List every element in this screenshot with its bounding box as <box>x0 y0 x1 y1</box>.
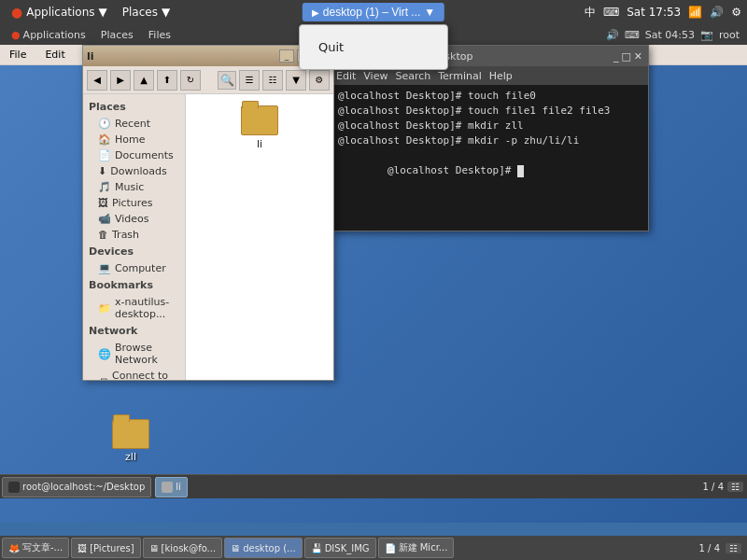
fm-search-btn[interactable]: 🔍 <box>218 71 236 90</box>
wifi-icon: 📶 <box>688 6 702 19</box>
disk-icon: 💾 <box>311 543 322 553</box>
documents-label: Documents <box>115 149 174 161</box>
terminal-line-1: @localhost Desktop]# touch file0 <box>338 89 642 104</box>
fm-bookmarks-header: Bookmarks <box>83 276 185 294</box>
keyboard-icon: ⌨ <box>603 6 619 19</box>
bookmark-icon: 📁 <box>98 302 111 315</box>
server-icon: 🖥 <box>98 376 108 381</box>
applications-menu[interactable]: ● Applications ▼ <box>6 3 113 21</box>
vm-places-btn[interactable]: Places <box>93 27 141 43</box>
outer-pager-icon[interactable]: ☷ <box>726 543 741 553</box>
terminal-window: root@localhost:~/Desktop _ □ ✕ Edit View… <box>331 45 649 231</box>
music-label: Music <box>115 181 144 193</box>
otb-disk[interactable]: 💾 DISK_IMG <box>304 538 376 558</box>
zll-icon-label: zll <box>125 451 136 463</box>
vm-applications-btn[interactable]: ● Applications <box>4 27 93 43</box>
places-menu[interactable]: Places ▼ <box>117 4 176 21</box>
terminal-content[interactable]: @localhost Desktop]# touch file0 @localh… <box>332 85 648 231</box>
fm-pictures[interactable]: 🖼 Pictures <box>83 195 185 211</box>
vm-files-btn[interactable]: Files <box>141 27 178 43</box>
places-chevron: ▼ <box>162 6 170 19</box>
term-terminal[interactable]: Terminal <box>438 70 482 82</box>
term-close-btn[interactable]: ✕ <box>634 50 642 63</box>
inner-taskbar: root@localhost:~/Desktop li 1 / 4 ☷ <box>0 474 747 498</box>
inner-taskbar-terminal[interactable]: root@localhost:~/Desktop <box>2 477 151 497</box>
pictures-icon: 🖼 <box>98 197 108 209</box>
applications-label: Applications <box>26 6 94 19</box>
fm-grid-view-btn[interactable]: ☷ <box>262 70 283 91</box>
language-indicator: 中 <box>585 5 596 21</box>
menu-edit[interactable]: Edit <box>39 47 70 63</box>
documents-icon: 📄 <box>98 149 111 161</box>
fm-back-btn[interactable]: ◀ <box>87 70 107 91</box>
fm-up-btn[interactable]: ▲ <box>134 70 154 91</box>
inner-pager-label: 1 / 4 <box>703 482 724 492</box>
computer-label: Computer <box>115 262 166 274</box>
fm-list-view-btn[interactable]: ☰ <box>239 70 260 91</box>
otb-doc[interactable]: 📄 新建 Micr... <box>378 538 455 558</box>
otb-desktop[interactable]: 🖥 desktop (... <box>224 538 303 558</box>
fm-trash[interactable]: 🗑 Trash <box>83 227 185 243</box>
desktop-title-label: desktop (1) – Virt ... <box>323 6 421 19</box>
places-label: Places <box>122 6 158 19</box>
clock: Sat 17:53 <box>627 6 681 19</box>
fm-forward-btn[interactable]: ▶ <box>110 70 131 91</box>
fm-videos[interactable]: 📹 Videos <box>83 211 185 227</box>
fm-recent[interactable]: 🕐 Recent <box>83 116 185 132</box>
fm-browse-network[interactable]: 🌐 Browse Network <box>83 340 185 368</box>
otb-disk-label: DISK_IMG <box>325 543 370 553</box>
outer-pager-label: 1 / 4 <box>699 543 720 553</box>
otb-firefox-label: 写文章-... <box>22 541 63 554</box>
recent-icon: 🕐 <box>98 118 111 130</box>
term-minimize-btn[interactable]: _ <box>613 50 619 63</box>
fm-body: Places 🕐 Recent 🏠 Home 📄 Documents ⬇ Dow… <box>83 94 333 380</box>
otb-desktop-label: desktop (... <box>243 543 296 553</box>
quit-item[interactable]: Quit <box>300 33 447 62</box>
fm-bookmark1[interactable]: 📁 x-nautilus-desktop... <box>83 294 185 322</box>
otb-firefox[interactable]: 🦊 写文章-... <box>2 538 69 558</box>
fm-places-header: Places <box>83 98 185 116</box>
computer-icon: 💻 <box>98 262 111 274</box>
taskbar-dot2 <box>162 482 173 493</box>
fm-folder-li[interactable]: li <box>237 102 282 154</box>
otb-pictures-label: [Pictures] <box>90 543 134 553</box>
trash-label: Trash <box>112 229 139 241</box>
inner-pager-icon[interactable]: ☷ <box>727 482 743 492</box>
fm-home[interactable]: 🏠 Home <box>83 132 185 147</box>
doc-icon: 📄 <box>385 543 396 553</box>
fm-sort-btn[interactable]: ▼ <box>286 70 306 91</box>
fm-settings-btn[interactable]: ⚙ <box>309 70 330 91</box>
videos-icon: 📹 <box>98 213 111 225</box>
fm-refresh-btn[interactable]: ↻ <box>180 70 201 91</box>
desktop-icon-tb: 🖥 <box>231 543 240 553</box>
downloads-label: Downloads <box>110 165 166 177</box>
fm-computer[interactable]: 💻 Computer <box>83 260 185 276</box>
fm-up2-btn[interactable]: ⬆ <box>157 70 177 91</box>
term-help[interactable]: Help <box>489 70 513 82</box>
fm-documents[interactable]: 📄 Documents <box>83 147 185 163</box>
inner-taskbar-filemanager[interactable]: li <box>155 477 188 497</box>
menu-file[interactable]: File <box>4 47 32 63</box>
desktop-icon-zll[interactable]: zll <box>103 415 159 467</box>
inner-taskbar-terminal-label: root@localhost:~/Desktop <box>22 482 145 492</box>
term-search[interactable]: Search <box>395 70 430 82</box>
desktop-title-button[interactable]: ▶ desktop (1) – Virt ... ▼ <box>303 3 444 21</box>
videos-label: Videos <box>115 213 149 225</box>
firefox-icon: 🦊 <box>8 543 20 553</box>
fm-downloads[interactable]: ⬇ Downloads <box>83 163 185 179</box>
fm-music[interactable]: 🎵 Music <box>83 179 185 195</box>
system-icon: ⚙ <box>731 6 741 19</box>
zll-folder-icon <box>112 419 149 449</box>
terminal-line-2: @localhost Desktop]# touch file1 file2 f… <box>338 104 642 119</box>
term-edit[interactable]: Edit <box>336 70 356 82</box>
term-view[interactable]: View <box>363 70 388 82</box>
vm-applications-label: Applications <box>23 29 86 41</box>
fm-minimize-btn[interactable]: _ <box>279 49 294 63</box>
term-maximize-btn[interactable]: □ <box>621 50 630 63</box>
fm-connect-server[interactable]: 🖥 Connect to Server <box>83 368 185 380</box>
downloads-icon: ⬇ <box>98 165 106 177</box>
otb-kiosk[interactable]: 🖥 [kiosk@fo... <box>143 538 223 558</box>
taskbar-dot <box>8 482 20 493</box>
vm-screenshot-icon: 📷 <box>700 29 713 41</box>
otb-pictures[interactable]: 🖼 [Pictures] <box>71 538 140 558</box>
